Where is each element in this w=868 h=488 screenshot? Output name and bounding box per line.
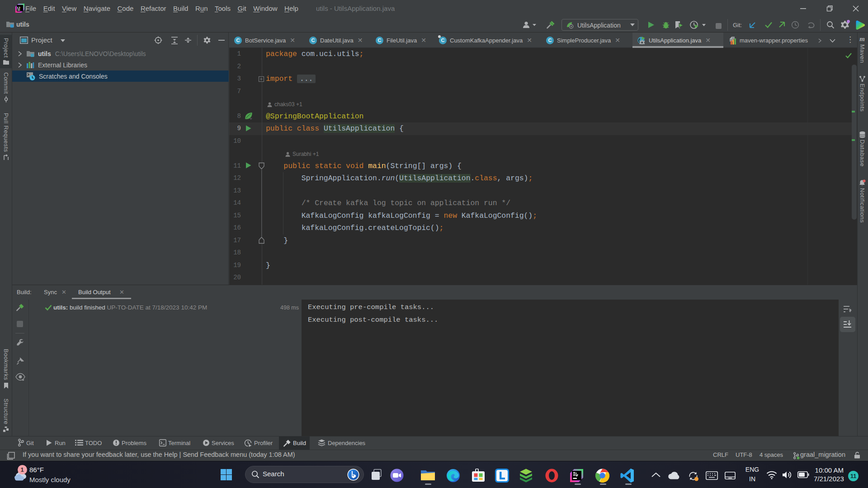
svg-text:IJ: IJ [17, 6, 20, 10]
